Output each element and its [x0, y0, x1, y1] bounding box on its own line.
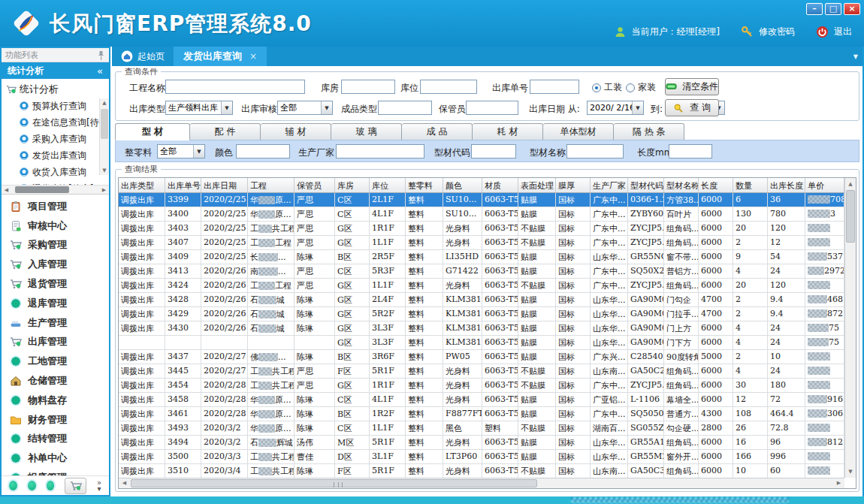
table-row[interactable]: 调拨出库34242020/2/26工工程严思G区1L1F整料光身料6063-T5…	[119, 279, 844, 293]
sidebar-item-结转管理[interactable]: 结转管理	[2, 430, 109, 449]
column-header-出库单号[interactable]: 出库单号	[165, 178, 201, 192]
minimize-button[interactable]: –	[806, 3, 823, 15]
radio-jiazhuang[interactable]: 家装	[626, 81, 656, 94]
material-tab-1[interactable]: 型 材	[115, 123, 190, 140]
tree-item[interactable]: 收货入库查询	[6, 164, 98, 180]
sidebar-item-报废管理[interactable]: 报废管理	[2, 468, 109, 475]
sidebar-item-退货管理[interactable]: 退货管理	[2, 274, 109, 294]
tree-item[interactable]: 预算执行查询	[6, 98, 98, 114]
grid-horizontal-scrollbar[interactable]: ◀ ▶	[119, 478, 844, 488]
location-input[interactable]	[420, 80, 477, 94]
maximize-button[interactable]: □	[825, 3, 841, 15]
column-header-出库长度[interactable]: 出库长度	[768, 178, 805, 192]
scroll-right-icon[interactable]: ▶	[99, 186, 109, 194]
sidebar-item-入库管理[interactable]: 入库管理	[2, 255, 109, 274]
column-header-库房[interactable]: 库房	[335, 178, 370, 192]
scroll-down-icon[interactable]: ▼	[845, 467, 856, 476]
table-row[interactable]: 调拨出库34452020/2/27工共工程严思F区5R1F整料光身料6063-T…	[119, 364, 844, 379]
table-row[interactable]: 调拨出库34932020/3/2华原...陈琳C区1L1F整料黑色塑料不贴膜国标…	[119, 421, 844, 436]
scroll-right-icon[interactable]: ▶	[834, 478, 844, 488]
column-header-工程[interactable]: 工程	[248, 178, 295, 192]
radio-gongzhuang[interactable]: 工装	[592, 81, 622, 94]
sidebar-item-补单中心[interactable]: 补单中心	[2, 448, 109, 468]
sidebar-item-出库管理[interactable]: 出库管理	[2, 333, 109, 352]
table-row[interactable]: 调拨出库34612020/2/28华原...陈琳B区1R2F整料F8877FT6…	[119, 407, 844, 421]
column-header-颜色[interactable]: 颜色	[443, 178, 482, 192]
search-button[interactable]: 查 询	[665, 99, 719, 116]
tree-horizontal-scrollbar[interactable]: ◀ ▶	[2, 185, 109, 195]
warehouse-input[interactable]	[341, 80, 395, 94]
table-row[interactable]: 调拨出库34542020/2/28工共工程严思G区1R1F整料光身料6063-T…	[119, 379, 844, 393]
product-type-input[interactable]	[378, 101, 432, 115]
column-header-单价[interactable]: 单价	[805, 178, 844, 192]
material-tab-8[interactable]: 隔 热 条	[614, 123, 684, 140]
out-type-select[interactable]: 生产领料出库▼	[165, 101, 233, 115]
column-header-型材名称[interactable]: 型材名称	[664, 178, 699, 192]
module-dot-icon[interactable]	[47, 481, 55, 490]
table-row[interactable]: 调拨出库34582020/2/28华原...陈琳C区4L1F整料光身料6063-…	[119, 393, 844, 407]
table-row[interactable]: 调拨出库34032020/2/25工共工程严思G区1R1F整料光身料6063-T…	[119, 222, 844, 236]
table-row[interactable]: 调拨出库34132020/2/26南...严思C区5R3F整料G71422606…	[119, 264, 844, 279]
table-row[interactable]: 调拨出库34942020/3/2石辉城汤伟M区5R1F整料光身料6063-T5贴…	[119, 436, 844, 450]
length-input[interactable]	[669, 144, 712, 158]
tree-root[interactable]: 统计分析	[6, 81, 98, 98]
tree-item[interactable]: 发货出库查询	[6, 147, 98, 164]
close-button[interactable]: ×	[844, 3, 860, 15]
column-header-整零料[interactable]: 整零料	[406, 178, 443, 192]
change-password-button[interactable]: 修改密码	[759, 26, 795, 38]
scroll-up-icon[interactable]: ▲	[100, 98, 109, 107]
scroll-up-icon[interactable]: ▲	[845, 180, 856, 189]
logout-button[interactable]: 退出	[834, 26, 852, 38]
sidebar-item-生产管理[interactable]: 生产管理	[2, 313, 109, 333]
color-input[interactable]	[236, 144, 290, 158]
zhengling-select[interactable]: 全部▼	[157, 144, 205, 158]
sidebar-item-仓储管理[interactable]: 仓储管理	[2, 371, 109, 391]
clear-conditions-button[interactable]: 清空条件	[665, 78, 719, 95]
material-tab-6[interactable]: 耗 材	[473, 123, 543, 140]
column-header-膜厚[interactable]: 膜厚	[556, 178, 591, 192]
column-header-表面处理[interactable]: 表面处理	[518, 178, 556, 192]
material-tab-4[interactable]: 玻 璃	[331, 123, 402, 140]
sidebar-item-退库管理[interactable]: 退库管理	[2, 294, 109, 313]
menu-overflow-button[interactable]: »▾	[97, 480, 101, 492]
column-header-库位[interactable]: 库位	[370, 178, 406, 192]
cart-module-button[interactable]	[65, 478, 86, 494]
scroll-left-icon[interactable]: ◀	[2, 186, 11, 194]
table-row[interactable]: 调拨出库34282020/2/26石城陈琳G区2L4F整料KLM38176063…	[119, 293, 844, 307]
table-row[interactable]: 调拨出库34302020/2/26石城陈琳G区3L3F整料KLM38176063…	[119, 321, 844, 336]
column-header-材质[interactable]: 材质	[482, 178, 518, 192]
sidebar-item-项目管理[interactable]: 项目管理	[2, 197, 109, 216]
material-tab-5[interactable]: 成 品	[402, 123, 473, 140]
tab-home[interactable]: 起始页	[112, 47, 174, 66]
keeper-input[interactable]	[466, 101, 518, 115]
tree-item[interactable]: 在途信息查询[待	[6, 114, 98, 131]
profile-name-input[interactable]	[566, 144, 624, 158]
table-row[interactable]: 调拨出库34002020/2/25华原...严思C区4L1F整料SU10...6…	[119, 207, 844, 222]
column-header-出库日期[interactable]: 出库日期	[201, 178, 248, 192]
column-header-数量[interactable]: 数量	[733, 178, 768, 192]
sidebar-item-工地管理[interactable]: 工地管理	[2, 352, 109, 371]
material-tab-7[interactable]: 单体型材	[543, 123, 614, 140]
scroll-down-icon[interactable]: ▼	[100, 166, 109, 175]
table-row[interactable]: G区3L3F整料KLM38176063-T5贴膜国标山东华...GA90M09.…	[119, 336, 844, 350]
column-header-长度[interactable]: 长度	[699, 178, 733, 192]
column-header-生产厂家[interactable]: 生产厂家	[591, 178, 628, 192]
column-header-保管员[interactable]: 保管员	[295, 178, 335, 192]
tree-vertical-scrollbar[interactable]: ▲ ▼	[99, 98, 109, 175]
date-from-select[interactable]: 2020/ 2/16▼	[587, 101, 644, 115]
table-row[interactable]: 调拨出库35002020/3/3工共工程曹佳D区3L1F整料LT3P606063…	[119, 450, 844, 464]
column-header-出库类型[interactable]: 出库类型	[119, 178, 165, 192]
module-dot-icon[interactable]	[28, 481, 36, 490]
audit-select[interactable]: 全部▼	[277, 101, 333, 115]
pin-icon[interactable]	[97, 50, 105, 60]
material-tab-2[interactable]: 配 件	[190, 123, 261, 140]
scroll-left-icon[interactable]: ◀	[119, 478, 129, 488]
sidebar-item-物料盘存[interactable]: 物料盘存	[2, 391, 109, 410]
material-tab-3[interactable]: 辅 材	[261, 123, 331, 140]
project-name-input[interactable]	[165, 80, 305, 94]
collapse-panel-button[interactable]: «	[97, 65, 103, 77]
sidebar-item-财务管理[interactable]: 财务管理	[2, 410, 109, 430]
tree-item[interactable]: 采购入库查询	[6, 131, 98, 147]
table-row[interactable]: 调拨出库34292020/2/26石城陈琳G区5R2F整料KLM38176063…	[119, 307, 844, 321]
tab-list-caret-icon[interactable]: ▼	[853, 53, 858, 60]
